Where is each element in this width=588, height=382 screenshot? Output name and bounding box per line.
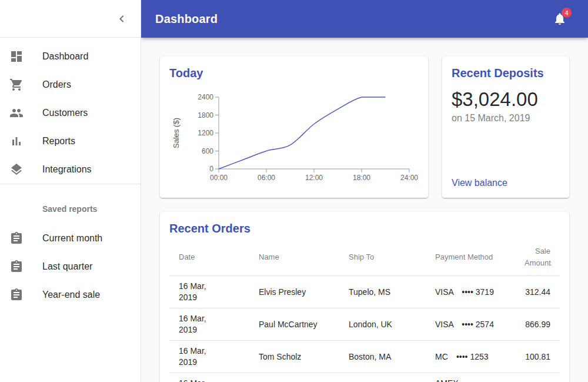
order-payment-method: AMEX ⠀•••• 2000	[426, 373, 515, 382]
sidebar-item-label: Reports	[42, 136, 75, 147]
deposit-amount: $3,024.00	[452, 88, 560, 111]
layers-icon	[9, 162, 24, 177]
order-sale-amount: 100.81	[515, 341, 560, 373]
column-header-name: Name	[249, 239, 339, 276]
order-date: 16 Mar, 2019	[169, 341, 249, 373]
today-card-title: Today	[169, 66, 419, 80]
top-cards-row: Today 060012001800240000:0006:0012:0018:…	[160, 57, 569, 198]
sidebar-header	[0, 0, 141, 38]
sidebar-divider	[0, 184, 141, 184]
svg-text:Sales ($): Sales ($)	[172, 118, 181, 148]
notifications-button[interactable]: 4	[546, 5, 574, 33]
assignment-icon	[9, 231, 24, 245]
saved-reports-subheader: Saved reports	[0, 194, 141, 224]
sidebar-item-label: Current month	[42, 233, 102, 244]
order-row: 16 Mar, 2019 Michael Jackson Gary, IN AM…	[169, 373, 560, 382]
order-date: 16 Mar, 2019	[169, 308, 249, 341]
people-icon	[9, 106, 24, 120]
svg-text:06:00: 06:00	[258, 174, 275, 182]
dashboard-app: Dashboard Orders Customers Reports	[0, 0, 588, 382]
sidebar-main-nav: Dashboard Orders Customers Reports	[0, 38, 141, 184]
svg-text:18:00: 18:00	[353, 174, 370, 182]
svg-text:1200: 1200	[198, 129, 213, 137]
order-row: 16 Mar, 2019 Paul McCartney London, UK V…	[169, 308, 560, 341]
shopping-cart-icon	[9, 78, 24, 92]
order-ship-to: London, UK	[339, 308, 426, 341]
column-header-payment-method: Payment Method	[426, 239, 515, 276]
order-ship-to: Boston, MA	[339, 341, 426, 373]
sidebar: Dashboard Orders Customers Reports	[0, 0, 141, 382]
sidebar-item-last-quarter[interactable]: Last quarter	[0, 253, 141, 281]
recent-deposits-card: Recent Deposits $3,024.00 on 15 March, 2…	[442, 57, 569, 198]
sidebar-item-label: Orders	[42, 79, 71, 90]
svg-text:24:00: 24:00	[400, 174, 418, 182]
sidebar-item-label: Integrations	[42, 164, 92, 175]
assignment-icon	[9, 260, 24, 274]
order-sale-amount: 312.44	[515, 276, 560, 308]
order-name: Elvis Presley	[249, 276, 339, 308]
svg-text:00:00: 00:00	[210, 174, 228, 182]
order-date: 16 Mar, 2019	[169, 276, 249, 308]
order-date: 16 Mar, 2019	[169, 373, 249, 382]
svg-text:0: 0	[209, 165, 213, 173]
column-header-sale-amount: Sale Amount	[515, 239, 560, 276]
page-title: Dashboard	[155, 12, 546, 26]
deposit-date: on 15 March, 2019	[452, 113, 560, 178]
sidebar-item-current-month[interactable]: Current month	[0, 224, 141, 253]
deposits-card-title: Recent Deposits	[452, 66, 560, 80]
column-header-ship-to: Ship To	[339, 239, 426, 276]
svg-text:600: 600	[202, 147, 213, 155]
view-balance-link[interactable]: View balance	[452, 178, 560, 188]
bar-chart-icon	[9, 134, 24, 148]
sidebar-item-label: Last quarter	[42, 261, 92, 272]
sidebar-item-label: Customers	[42, 108, 88, 118]
sidebar-reports-nav: Saved reports Current month Last quarter…	[0, 194, 141, 309]
sidebar-item-year-end-sale[interactable]: Year-end sale	[0, 281, 141, 309]
orders-card-title: Recent Orders	[169, 221, 560, 235]
sidebar-item-integrations[interactable]: Integrations	[0, 155, 141, 184]
collapse-drawer-button[interactable]	[108, 5, 136, 33]
appbar: Dashboard 4	[141, 0, 588, 38]
orders-table-header-row: Date Name Ship To Payment Method Sale Am…	[169, 239, 560, 276]
sidebar-item-customers[interactable]: Customers	[0, 99, 141, 127]
order-payment-method: MC ⠀•••• 1253	[426, 341, 515, 373]
order-sale-amount: 866.99	[515, 308, 560, 341]
order-sale-amount: 654.39	[515, 373, 560, 382]
order-ship-to: Gary, IN	[339, 373, 426, 382]
order-payment-method: VISA ⠀•••• 3719	[426, 276, 515, 308]
notification-count-badge: 4	[562, 8, 572, 18]
order-ship-to: Tupelo, MS	[339, 276, 426, 308]
order-row: 16 Mar, 2019 Elvis Presley Tupelo, MS VI…	[169, 276, 560, 308]
column-header-date: Date	[169, 239, 249, 276]
order-row: 16 Mar, 2019 Tom Scholz Boston, MA MC ⠀•…	[169, 341, 560, 373]
sidebar-item-orders[interactable]: Orders	[0, 71, 141, 99]
today-sales-chart: 060012001800240000:0006:0012:0018:0024:0…	[169, 85, 419, 182]
sidebar-item-dashboard[interactable]: Dashboard	[0, 42, 141, 71]
assignment-icon	[9, 288, 24, 302]
chevron-left-icon	[115, 12, 129, 26]
dashboard-icon	[9, 49, 24, 64]
order-name: Paul McCartney	[249, 308, 339, 341]
main-content: Today 060012001800240000:0006:0012:0018:…	[141, 38, 588, 382]
svg-text:1800: 1800	[198, 111, 213, 119]
order-name: Michael Jackson	[249, 373, 339, 382]
sidebar-item-label: Year-end sale	[42, 290, 100, 300]
recent-orders-card: Recent Orders Date Name Ship To Payment …	[160, 212, 569, 382]
today-card: Today 060012001800240000:0006:0012:0018:…	[160, 57, 428, 198]
orders-table: Date Name Ship To Payment Method Sale Am…	[169, 239, 560, 382]
svg-text:2400: 2400	[198, 93, 213, 101]
order-name: Tom Scholz	[249, 341, 339, 373]
sidebar-item-reports[interactable]: Reports	[0, 127, 141, 155]
order-payment-method: VISA ⠀•••• 2574	[426, 308, 515, 341]
sidebar-item-label: Dashboard	[42, 51, 88, 62]
svg-text:12:00: 12:00	[305, 174, 323, 182]
